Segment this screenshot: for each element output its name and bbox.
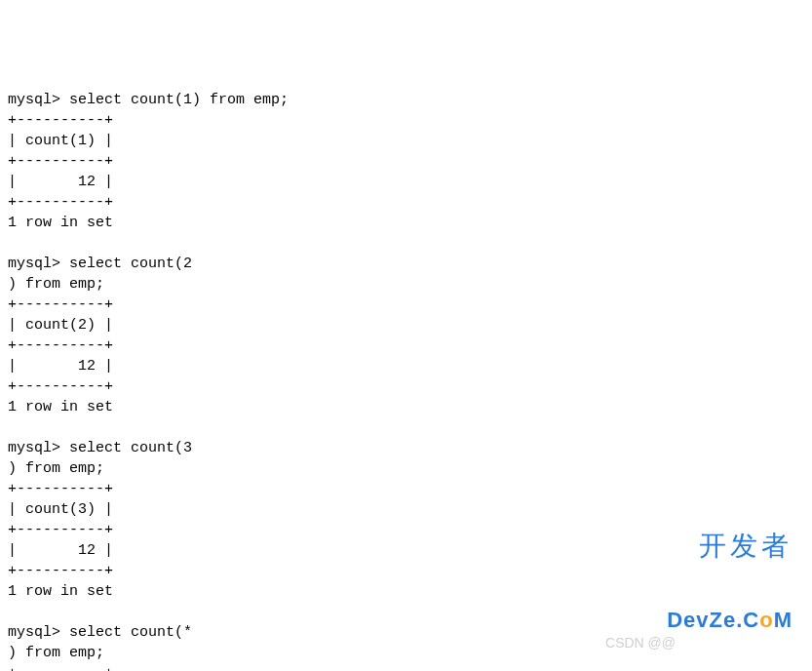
devze-watermark: 开发者 DevZe.CoM: [667, 486, 793, 656]
sql-line: ) from emp;: [8, 645, 104, 661]
table-header: | count(1) |: [8, 133, 113, 149]
result-footer: 1 row in set: [8, 583, 113, 600]
sql-line: select count(2: [69, 256, 192, 272]
table-border: +----------+: [8, 337, 113, 354]
table-border: +----------+: [8, 112, 113, 129]
table-border: +----------+: [8, 153, 113, 170]
table-value-row: | 12 |: [8, 358, 113, 375]
prompt: mysql>: [8, 440, 60, 456]
table-border: +----------+: [8, 194, 113, 211]
watermark-line1: 开发者: [667, 527, 793, 565]
query-block-1: mysql> select count(1) from emp; +------…: [8, 92, 289, 231]
table-border: +----------+: [8, 665, 113, 671]
query-block-4: mysql> select count(* ) from emp; +-----…: [8, 624, 192, 671]
sql-line: select count(1) from emp;: [69, 92, 289, 108]
sql-line: select count(*: [69, 624, 192, 641]
table-border: +----------+: [8, 296, 113, 313]
brand-part2: M: [774, 608, 793, 632]
brand-part1: DevZe.C: [667, 608, 759, 632]
sql-line: select count(3: [69, 440, 192, 456]
brand-o: o: [759, 608, 773, 632]
table-value-row: | 12 |: [8, 542, 113, 559]
csdn-watermark: CSDN @@: [605, 634, 676, 653]
prompt: mysql>: [8, 92, 60, 108]
table-border: +----------+: [8, 481, 113, 497]
query-block-2: mysql> select count(2 ) from emp; +-----…: [8, 256, 192, 415]
result-footer: 1 row in set: [8, 399, 113, 415]
sql-line: ) from emp;: [8, 460, 104, 477]
sql-line: ) from emp;: [8, 276, 104, 293]
watermark-brand: DevZe.CoM: [667, 606, 793, 636]
result-footer: 1 row in set: [8, 215, 113, 231]
table-header: | count(2) |: [8, 317, 113, 334]
table-border: +----------+: [8, 378, 113, 395]
query-block-3: mysql> select count(3 ) from emp; +-----…: [8, 440, 192, 600]
table-header: | count(3) |: [8, 501, 113, 518]
table-value-row: | 12 |: [8, 174, 113, 190]
table-border: +----------+: [8, 563, 113, 579]
table-border: +----------+: [8, 522, 113, 538]
prompt: mysql>: [8, 256, 60, 272]
prompt: mysql>: [8, 624, 60, 641]
